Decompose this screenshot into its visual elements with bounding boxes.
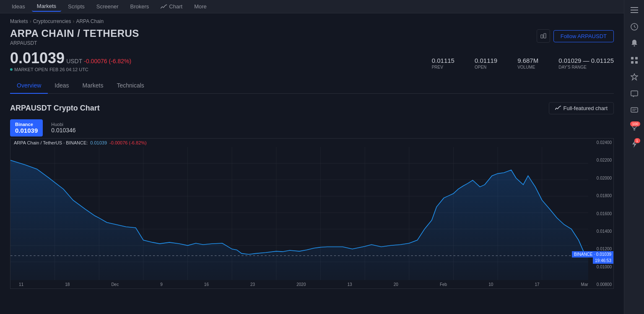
- prev-value: 0.01115: [432, 57, 454, 64]
- prev-label: PREV: [432, 65, 454, 69]
- x-label-16: 16: [204, 282, 209, 287]
- nav-more[interactable]: More: [189, 2, 212, 11]
- y-label-4: 0.01800: [597, 193, 612, 198]
- nav-markets[interactable]: Markets: [32, 1, 61, 12]
- svg-rect-12: [631, 91, 638, 96]
- market-open-dot: [10, 68, 13, 71]
- svg-rect-20: [541, 35, 543, 38]
- chat-sidebar-icon[interactable]: [628, 87, 641, 100]
- x-label-9: 9: [160, 282, 163, 287]
- chart-btn-icon: [555, 106, 561, 111]
- clock-sidebar-icon[interactable]: [628, 20, 641, 33]
- time-badge: 19:46:53: [593, 257, 613, 264]
- compare-button[interactable]: [537, 29, 550, 43]
- tab-ideas[interactable]: Ideas: [48, 78, 75, 94]
- open-value: 0.01119: [475, 57, 497, 64]
- x-label-13: 13: [348, 282, 352, 287]
- price-currency: USDT: [66, 58, 82, 64]
- tab-markets[interactable]: Markets: [76, 78, 110, 94]
- svg-rect-2: [631, 12, 638, 13]
- price-change: -0.00076 (-6.82%): [84, 58, 131, 64]
- nav-ideas[interactable]: Ideas: [7, 2, 30, 11]
- nav-brokers[interactable]: Brokers: [125, 2, 154, 11]
- grid-sidebar-icon[interactable]: [628, 54, 641, 67]
- x-label-18: 18: [65, 282, 70, 287]
- menu-sidebar-icon[interactable]: [628, 3, 641, 17]
- x-label-2020: 2020: [296, 282, 306, 287]
- price-value: 0.01039: [10, 49, 65, 67]
- nav-chart[interactable]: Chart: [156, 2, 187, 11]
- binance-price: 0.01039: [15, 127, 38, 134]
- price-badge: BINANCE · 0.01039: [572, 251, 613, 257]
- nav-screener[interactable]: Screener: [91, 2, 124, 11]
- current-price-group: 0.01039 USDT -0.00076 (-6.82%): [10, 49, 131, 67]
- follow-button[interactable]: Follow ARPAUSDT: [553, 30, 614, 42]
- huobi-label: Huobi: [51, 122, 75, 127]
- x-label-17: 17: [535, 282, 539, 287]
- chart-header: ARPAUSDT Crypto Chart Full-featured char…: [10, 102, 614, 114]
- right-sidebar: 100 1: [624, 0, 644, 314]
- svg-rect-9: [631, 61, 634, 64]
- breadcrumb-markets[interactable]: Markets: [10, 18, 28, 24]
- x-label-dec: Dec: [111, 282, 119, 287]
- stat-prev: 0.01115 PREV: [432, 57, 454, 69]
- y-label-5: 0.01600: [597, 211, 612, 216]
- price-row: 0.01039 USDT -0.00076 (-6.82%) MARKET OP…: [10, 49, 614, 77]
- svg-rect-13: [631, 108, 638, 112]
- svg-rect-8: [635, 57, 638, 59]
- price-stats: 0.01115 PREV 0.01119 OPEN 9.687M VOLUME …: [432, 57, 614, 69]
- y-axis-labels: 0.02400 0.02200 0.02000 0.01800 0.01600 …: [597, 139, 612, 288]
- price-chart-svg: [10, 147, 588, 280]
- chart-title: ARPAUSDT Crypto Chart: [10, 104, 100, 113]
- market-date: FEB 26 04:12 UTC: [49, 67, 88, 72]
- nav-scripts[interactable]: Scripts: [63, 2, 90, 11]
- exchange-selector: Binance 0.01039 Huobi 0.010346: [10, 119, 614, 136]
- star-sidebar-icon[interactable]: [628, 70, 641, 84]
- svg-rect-17: [633, 129, 635, 129]
- stat-range: 0.01029 — 0.01125 DAY'S RANGE: [558, 57, 614, 69]
- stat-open: 0.01119 OPEN: [475, 57, 497, 69]
- chart-nav-icon: [161, 4, 167, 9]
- lightning-sidebar-icon[interactable]: 1: [628, 137, 641, 151]
- svg-rect-1: [631, 10, 638, 10]
- symbol-actions: Follow ARPAUSDT: [537, 29, 614, 43]
- bell-sidebar-icon[interactable]: [628, 37, 641, 50]
- y-label-9: 0.00800: [597, 282, 612, 287]
- tab-technicals[interactable]: Technicals: [110, 78, 151, 94]
- exchange-binance[interactable]: Binance 0.01039: [10, 119, 43, 136]
- exchange-huobi[interactable]: Huobi 0.010346: [46, 119, 80, 136]
- y-label-2: 0.02200: [597, 158, 612, 162]
- svg-line-5: [634, 27, 636, 28]
- svg-rect-0: [631, 7, 638, 8]
- binance-label: Binance: [15, 122, 38, 127]
- nav-items: Ideas Markets Scripts Screener Brokers C…: [7, 1, 212, 12]
- svg-rect-10: [635, 61, 638, 64]
- volume-label: VOLUME: [517, 65, 538, 69]
- symbol-header: ARPA CHAIN / TETHERUS ARPAUSDT Follow AR…: [10, 28, 614, 46]
- breadcrumb-cryptocurrencies[interactable]: Cryptocurrencies: [33, 18, 71, 24]
- chart-info-bar: ARPA Chain / TetherUS · BINANCE: 0.01039…: [14, 140, 147, 145]
- x-axis-labels: 11 18 Dec 9 16 23 2020 13 20 Feb 10 17 M…: [19, 282, 588, 287]
- comment-sidebar-icon[interactable]: [628, 104, 641, 117]
- breadcrumb-arpa[interactable]: ARPA Chain: [76, 18, 104, 24]
- x-label-10: 10: [488, 282, 493, 287]
- tab-overview[interactable]: Overview: [10, 78, 48, 94]
- y-label-6: 0.01400: [597, 229, 612, 234]
- symbol-info: ARPA CHAIN / TETHERUS ARPAUSDT: [10, 28, 139, 46]
- page-tabs: Overview Ideas Markets Technicals: [10, 78, 614, 94]
- x-label-20: 20: [394, 282, 398, 287]
- svg-rect-18: [634, 130, 635, 131]
- lightbulb-sidebar-icon[interactable]: 100: [628, 121, 641, 134]
- huobi-price: 0.010346: [51, 127, 75, 134]
- price-left: 0.01039 USDT -0.00076 (-6.82%) MARKET OP…: [10, 49, 131, 77]
- breadcrumb: Markets › Cryptocurrencies › ARPA Chain: [10, 13, 614, 28]
- y-label-1: 0.02400: [597, 140, 612, 145]
- chart-price: 0.01039: [90, 140, 107, 145]
- full-chart-button[interactable]: Full-featured chart: [549, 102, 614, 114]
- chart-container[interactable]: ARPA Chain / TetherUS · BINANCE: 0.01039…: [10, 138, 614, 289]
- svg-marker-11: [631, 74, 638, 80]
- stat-volume: 9.687M VOLUME: [517, 57, 538, 69]
- y-label-3: 0.02000: [597, 176, 612, 180]
- x-label-11: 11: [19, 282, 23, 287]
- chart-change: -0.00076 (-6.82%): [109, 140, 147, 145]
